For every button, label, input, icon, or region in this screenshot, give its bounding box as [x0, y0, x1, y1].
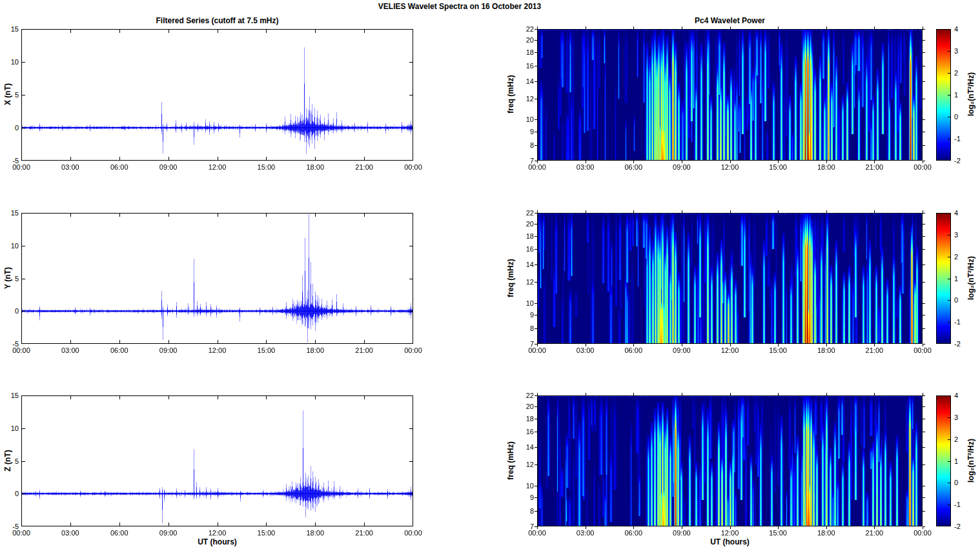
x-axis-label-right: UT (hours) [537, 537, 923, 546]
wavelet-power-z-heatmap [533, 391, 927, 531]
x-tick-label: 12:00 [201, 528, 234, 537]
x-tick-label: 09:00 [152, 528, 185, 537]
x-tick-label: 06:00 [103, 163, 136, 172]
colorbar-tick-label: 4 [954, 391, 971, 400]
x-tick-label: 21:00 [348, 528, 380, 537]
freq-tick-label: 18 [515, 48, 534, 57]
y-tick-label: 0 [0, 123, 19, 132]
freq-tick-label: 22 [515, 391, 534, 400]
colorbar-tick-label: -1 [954, 500, 971, 509]
colorbar-tick-label: 3 [954, 413, 971, 422]
colorbar-tick-label: -1 [954, 134, 971, 143]
freq-tick-label: 9 [515, 127, 534, 136]
y-tick-label: 10 [0, 241, 19, 250]
wavelet-power-x-heatmap [533, 25, 927, 165]
freq-axis-label-3: freq (mHz) [506, 406, 515, 515]
x-tick-label: 09:00 [152, 163, 185, 172]
y-tick-label: 5 [0, 90, 19, 99]
colorbar-tick-label: -2 [954, 156, 971, 165]
timeseries-column-title: Filtered Series (cutoff at 7.5 mHz) [21, 16, 413, 25]
y-tick-label: 10 [0, 424, 19, 433]
x-tick-label: 21:00 [348, 163, 380, 172]
x-tick-label: 09:00 [666, 346, 698, 355]
y-tick-label: 15 [0, 25, 19, 34]
freq-tick-label: 22 [515, 208, 534, 217]
freq-tick-label: 12 [515, 277, 534, 286]
x-tick-label: 03:00 [569, 528, 602, 537]
x-tick-label: 12:00 [201, 346, 234, 355]
freq-tick-label: 8 [515, 324, 534, 333]
freq-tick-label: 14 [515, 260, 534, 269]
colorbar-tick-label: 1 [954, 457, 971, 466]
freq-tick-label: 20 [515, 219, 534, 228]
x-tick-label: 15:00 [762, 346, 794, 355]
freq-tick-label: 22 [515, 25, 534, 34]
freq-tick-label: 18 [515, 414, 534, 423]
colorbar-tick-label: -1 [954, 317, 971, 326]
freq-tick-label: 10 [515, 115, 534, 124]
freq-tick-label: 20 [515, 35, 534, 45]
y-tick-label: 5 [0, 274, 19, 283]
wavelet-spectra-figure: VELIES Wavelet Spectra on 16 October 201… [0, 0, 980, 549]
x-tick-label: 06:00 [617, 346, 649, 355]
colorbar-tick-label: 3 [954, 230, 971, 239]
x-tick-label: 18:00 [810, 528, 842, 537]
y-tick-label: 0 [0, 489, 19, 498]
freq-tick-label: 7 [515, 339, 534, 348]
freq-axis-label-2: freq (mHz) [506, 223, 515, 333]
y-tick-label: 5 [0, 457, 19, 466]
colorbar-tick-label: 1 [954, 274, 971, 283]
freq-tick-label: 10 [515, 299, 534, 308]
freq-tick-label: 14 [515, 443, 534, 452]
colorbar-y [936, 213, 951, 344]
freq-tick-label: 16 [515, 61, 534, 70]
colorbar-tick-label: 0 [954, 112, 971, 121]
freq-tick-label: 12 [515, 460, 534, 469]
freq-tick-label: 10 [515, 481, 534, 490]
colorbar-tick-label: 2 [954, 252, 971, 261]
x-tick-label: 12:00 [714, 346, 746, 355]
x-tick-label: 06:00 [617, 528, 649, 537]
freq-tick-label: 12 [515, 94, 534, 103]
x-tick-label: 00:00 [397, 163, 429, 172]
y-tick-label: 0 [0, 306, 19, 315]
freq-tick-label: 8 [515, 141, 534, 150]
freq-tick-label: 16 [515, 245, 534, 254]
x-tick-label: 21:00 [858, 163, 890, 172]
y-tick-label: 15 [0, 391, 19, 400]
wavelet-column-title: Pc4 Wavelet Power [537, 16, 923, 25]
freq-tick-label: 9 [515, 493, 534, 502]
y-tick-label: -5 [0, 339, 19, 348]
freq-tick-label: 20 [515, 402, 534, 411]
freq-axis-label-1: freq (mHz) [506, 39, 515, 149]
x-tick-label: 21:00 [858, 346, 890, 355]
x-tick-label: 12:00 [714, 163, 746, 172]
x-tick-label: 00:00 [906, 346, 939, 355]
x-tick-label: 15:00 [762, 163, 794, 172]
x-tick-label: 03:00 [54, 346, 87, 355]
x-tick-label: 00:00 [397, 528, 429, 537]
x-tick-label: 12:00 [201, 163, 234, 172]
colorbar-tick-label: -2 [954, 522, 971, 531]
colorbar-tick-label: 4 [954, 25, 971, 34]
x-tick-label: 06:00 [103, 528, 136, 537]
x-tick-label: 18:00 [299, 163, 331, 172]
colorbar-z [936, 395, 951, 526]
x-tick-label: 21:00 [348, 346, 380, 355]
x-tick-label: 00:00 [906, 528, 939, 537]
y-tick-label: -5 [0, 156, 19, 165]
x-tick-label: 18:00 [810, 346, 842, 355]
colorbar-tick-label: 3 [954, 46, 971, 55]
wavelet-power-y-heatmap [533, 208, 927, 348]
freq-tick-label: 18 [515, 232, 534, 241]
x-tick-label: 21:00 [858, 528, 890, 537]
x-tick-label: 06:00 [103, 346, 136, 355]
timeseries-x-plot [21, 29, 413, 161]
x-tick-label: 12:00 [714, 528, 746, 537]
freq-tick-label: 14 [515, 77, 534, 86]
colorbar-tick-label: -2 [954, 339, 971, 348]
colorbar-x [936, 29, 951, 161]
x-tick-label: 09:00 [666, 528, 698, 537]
y-tick-label: 10 [0, 57, 19, 66]
x-tick-label: 15:00 [762, 528, 794, 537]
